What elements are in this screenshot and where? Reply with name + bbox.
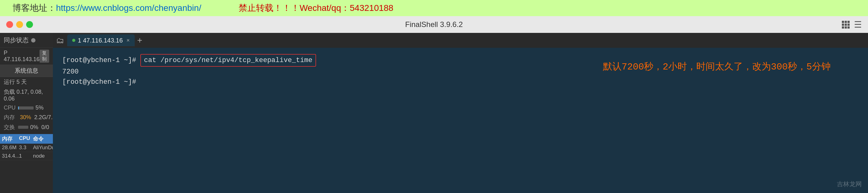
uptime-stat: 运行 5 天	[0, 77, 53, 87]
menu-icon[interactable]: ☰	[854, 20, 862, 30]
col-cmd: 命令	[33, 135, 51, 143]
process-table-header: 内存 CPU 命令	[0, 134, 53, 144]
swap-label: 交换	[4, 123, 16, 131]
terminal-comment: 默认7200秒，2小时，时间太久了，改为300秒，5分钟	[603, 60, 831, 74]
swap-stat: 交换 0% 0/0	[0, 122, 53, 132]
app-title: FinalShell 3.9.6.2	[405, 20, 463, 29]
uptime-text: 运行 5 天	[4, 78, 27, 86]
col-cpu: CPU	[19, 135, 33, 143]
tab-label: 1 47.116.143.16	[78, 37, 123, 44]
terminal-command: cat /proc/sys/net/ipv4/tcp_keepalive_tim…	[140, 54, 316, 67]
content-area: 🗂 1 47.116.143.16 × + [root@ybchen-1 ~]#…	[53, 33, 868, 193]
minimize-button[interactable]	[16, 21, 23, 28]
top-banner: 博客地址：https://www.cnblogs.com/chenyanbin/…	[0, 0, 868, 16]
banner-right: 禁止转载！！！Wechat/qq：543210188	[239, 2, 394, 14]
col-mem: 内存	[2, 135, 19, 143]
window-controls	[6, 21, 33, 28]
swap-value: 0/0	[41, 124, 49, 131]
banner-url: https://www.cnblogs.com/chenyanbin/	[56, 3, 201, 13]
sync-status-dot	[31, 38, 35, 42]
title-bar: FinalShell 3.9.6.2 ☰	[0, 16, 868, 33]
row2-mem: 314.4...	[2, 153, 19, 159]
cpu-progress-bar	[18, 107, 34, 110]
load-stat: 负载 0.17, 0.08, 0.06	[0, 87, 53, 103]
sync-label: 同步状态	[4, 36, 29, 44]
mem-label: 内存	[4, 114, 16, 121]
terminal[interactable]: [root@ybchen-1 ~]# cat /proc/sys/net/ipv…	[53, 48, 868, 193]
tab-bar: 🗂 1 47.116.143.16 × +	[53, 33, 868, 48]
sidebar-ip-text: P 47.116.143.16	[4, 50, 39, 63]
mem-stat: 内存 30% 2.2G/7.3G	[0, 112, 53, 122]
sysinfo-label: 系统信息	[0, 65, 53, 77]
sidebar: 同步状态 P 47.116.143.16 复制 系统信息 运行 5 天 负载 0…	[0, 33, 53, 193]
tab-item-1[interactable]: 1 47.116.143.16 ×	[67, 34, 135, 46]
grid-icon[interactable]	[842, 21, 850, 29]
terminal-prompt1: [root@ybchen-1 ~]#	[62, 55, 140, 66]
maximize-button[interactable]	[26, 21, 33, 28]
row1-cpu: 3.3	[19, 145, 33, 151]
process-table: 内存 CPU 命令 28.6M 3.3 AliYunDur 314.4... 1…	[0, 134, 53, 193]
folder-icon[interactable]: 🗂	[56, 36, 64, 45]
copy-button[interactable]: 复制	[39, 50, 49, 63]
row2-cmd: node	[33, 153, 51, 159]
cpu-stat: CPU 5%	[0, 103, 53, 112]
row2-cpu: 1	[19, 153, 33, 159]
cpu-value: 5%	[35, 105, 43, 111]
title-bar-right: ☰	[842, 20, 862, 30]
row1-mem: 28.6M	[2, 145, 19, 151]
main-layout: 同步状态 P 47.116.143.16 复制 系统信息 运行 5 天 负载 0…	[0, 33, 868, 193]
table-row: 314.4... 1 node	[0, 152, 53, 160]
close-button[interactable]	[6, 21, 13, 28]
cpu-label: CPU	[4, 105, 16, 111]
swap-pct: 0%	[30, 124, 38, 131]
banner-left: 博客地址：https://www.cnblogs.com/chenyanbin/	[12, 2, 201, 14]
mem-pct: 30%	[20, 114, 31, 121]
sidebar-ip-row: P 47.116.143.16 复制	[0, 48, 53, 65]
swap-progress-bar	[18, 126, 28, 129]
sidebar-sync: 同步状态	[0, 33, 53, 48]
tab-add-button[interactable]: +	[137, 35, 142, 45]
terminal-prompt2: [root@ybchen-1 ~]#	[62, 77, 859, 87]
watermark: 吉林龙网	[837, 180, 862, 189]
table-row: 28.6M 3.3 AliYunDur	[0, 144, 53, 152]
load-text: 负载 0.17, 0.08, 0.06	[4, 88, 49, 102]
tab-close-button[interactable]: ×	[127, 37, 130, 44]
tab-status-dot	[72, 39, 75, 42]
cpu-progress-fill	[18, 107, 19, 110]
